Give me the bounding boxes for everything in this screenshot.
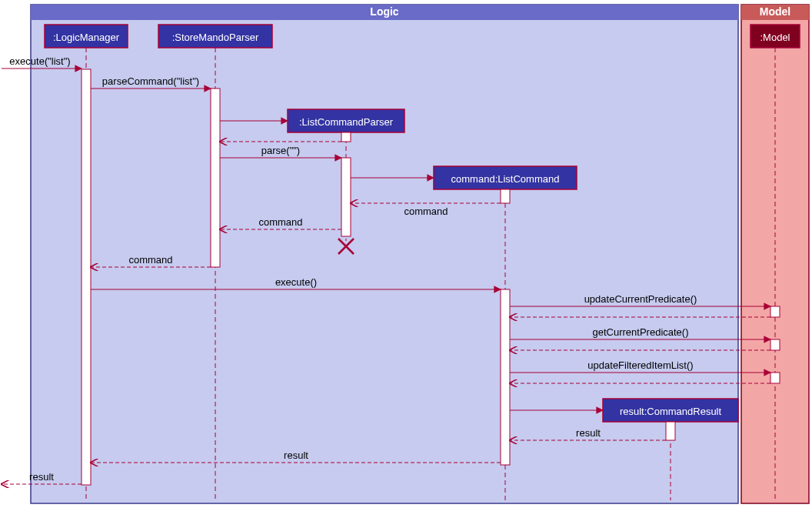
svg-text:command: command xyxy=(258,216,302,228)
frame-logic-title: Logic xyxy=(370,5,399,18)
svg-text::LogicManager: :LogicManager xyxy=(53,32,120,43)
svg-text::StoreMandoParser: :StoreMandoParser xyxy=(172,32,259,43)
svg-text:updateCurrentPredicate(): updateCurrentPredicate() xyxy=(584,293,697,305)
activation-model-3 xyxy=(770,373,780,383)
activation-lcp-parse xyxy=(341,158,351,236)
sequence-diagram: Logic Model :LogicManager :StoreMandoPar… xyxy=(0,0,812,508)
svg-text:command: command xyxy=(404,206,448,217)
participant-listcommand: command:ListCommand xyxy=(434,166,577,189)
svg-text:execute(): execute() xyxy=(275,276,317,288)
activation-storemandoparser xyxy=(211,89,220,267)
activation-cr xyxy=(666,422,675,440)
activation-logicmanager xyxy=(82,69,91,485)
participant-commandresult: result:CommandResult xyxy=(603,399,738,422)
svg-text:result: result xyxy=(29,471,54,483)
svg-text:updateFilteredItemList(): updateFilteredItemList() xyxy=(587,359,693,371)
frame-model-title: Model xyxy=(760,5,790,18)
svg-text:result: result xyxy=(576,427,601,439)
activation-model-2 xyxy=(770,339,780,350)
activation-lc-create xyxy=(501,189,510,203)
activation-model-1 xyxy=(770,306,780,317)
activation-lc-execute xyxy=(501,289,510,465)
svg-text:getCurrentPredicate(): getCurrentPredicate() xyxy=(593,326,689,338)
svg-text:result: result xyxy=(284,450,308,461)
participant-model: :Model xyxy=(750,25,800,48)
svg-text:parse(""): parse("") xyxy=(261,145,300,156)
participant-listcommandparser: :ListCommandParser xyxy=(288,109,404,132)
participant-logicmanager: :LogicManager xyxy=(45,25,128,48)
svg-text:command: command xyxy=(128,254,172,266)
svg-text:parseCommand("list"): parseCommand("list") xyxy=(102,75,199,87)
svg-text:execute("list"): execute("list") xyxy=(9,55,70,67)
svg-text::Model: :Model xyxy=(760,32,790,43)
participant-storemandoparser: :StoreMandoParser xyxy=(158,25,272,48)
svg-text:result:CommandResult: result:CommandResult xyxy=(620,406,722,417)
activation-lcp-create xyxy=(341,132,351,142)
svg-text::ListCommandParser: :ListCommandParser xyxy=(299,116,394,128)
svg-text:command:ListCommand: command:ListCommand xyxy=(451,173,560,185)
